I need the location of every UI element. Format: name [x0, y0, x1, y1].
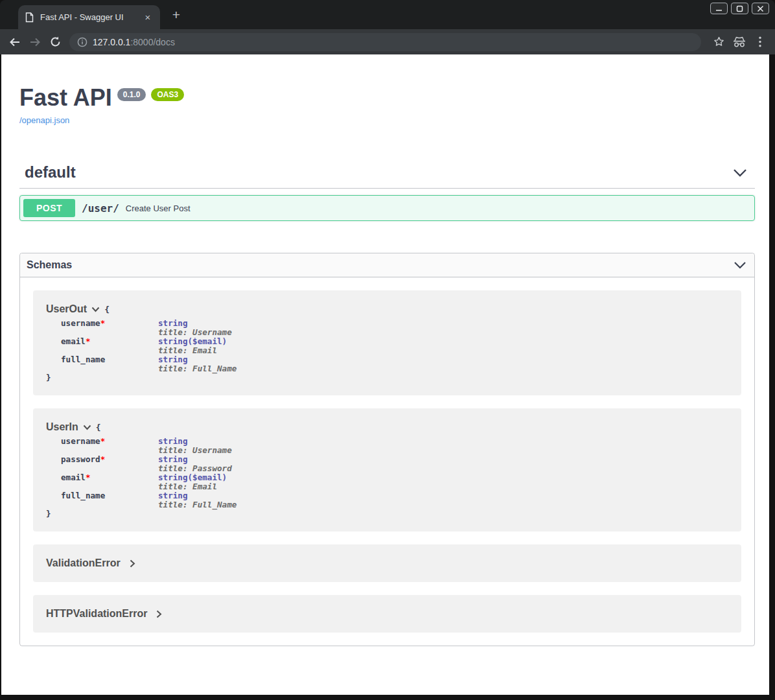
new-tab-button[interactable]: + [168, 7, 184, 23]
maximize-icon [736, 5, 743, 12]
schemas-header[interactable]: Schemas [20, 253, 754, 277]
model-userout-title-row[interactable]: UserOut { [46, 303, 728, 315]
property-title: title: Password [158, 464, 232, 473]
model-userout: UserOut { username* string title: Userna… [33, 290, 741, 395]
model-userin-title-row[interactable]: UserIn { [46, 421, 728, 433]
kebab-menu-icon [759, 36, 761, 47]
property-name: password* [61, 455, 158, 473]
schemas-section: Schemas UserOut { [19, 253, 755, 646]
required-star: * [86, 472, 91, 482]
operation-description: Create User Post [126, 204, 191, 213]
model-validationerror-title-row[interactable]: ValidationError [46, 557, 728, 569]
property-row: full_name string title: Full_Name [61, 491, 728, 509]
page-favicon-icon [25, 12, 34, 23]
property-type: string [158, 355, 237, 364]
property-row: email* string($email) title: Email [61, 473, 728, 491]
method-badge: POST [23, 199, 75, 217]
property-row: password* string title: Password [61, 455, 728, 473]
required-star: * [100, 318, 106, 328]
property-title: title: Username [158, 328, 232, 337]
property-title: title: Full_Name [158, 500, 237, 509]
operation-path: /user/ [82, 202, 119, 215]
back-button[interactable] [6, 34, 23, 51]
property-definition: string title: Full_Name [158, 355, 237, 373]
schemas-heading: Schemas [27, 259, 72, 271]
window-controls [710, 3, 769, 14]
property-name: email* [61, 337, 158, 355]
chevron-down-icon[interactable] [734, 261, 746, 269]
browser-window: Fast API - Swagger UI × + [0, 0, 775, 700]
incognito-icon [733, 36, 746, 48]
browser-toolbar: 127.0.0.1:8000/docs [0, 29, 775, 54]
property-definition: string($email) title: Email [158, 473, 227, 491]
browser-menu-button[interactable] [752, 34, 769, 51]
chevron-down-icon[interactable] [733, 169, 747, 177]
model-name: HTTPValidationError [46, 608, 147, 620]
required-star: * [100, 436, 106, 446]
property-row: email* string($email) title: Email [61, 337, 728, 355]
profile-button[interactable] [731, 34, 748, 51]
back-arrow-icon [9, 37, 21, 47]
property-title: title: Email [158, 346, 227, 355]
forward-arrow-icon [29, 37, 41, 47]
reload-button[interactable] [47, 34, 64, 51]
minimize-button[interactable] [710, 3, 728, 14]
close-brace: } [46, 373, 728, 382]
site-info-icon[interactable] [77, 37, 87, 47]
address-bar[interactable]: 127.0.0.1:8000/docs [69, 33, 701, 51]
property-definition: string($email) title: Email [158, 337, 227, 355]
swagger-page: Fast API 0.1.0 OAS3 /openapi.json defaul… [1, 54, 769, 695]
property-name: full_name [61, 355, 158, 373]
tab-title: Fast API - Swagger UI [40, 12, 136, 22]
model-httpvalidationerror: HTTPValidationError [33, 595, 741, 633]
openapi-spec-link[interactable]: /openapi.json [19, 115, 69, 125]
tab-close-icon[interactable]: × [142, 12, 154, 23]
tag-section-header[interactable]: default [19, 157, 755, 189]
property-type: string($email) [158, 337, 227, 346]
oas3-badge: OAS3 [151, 88, 184, 101]
reload-icon [50, 36, 61, 47]
bookmark-button[interactable] [710, 34, 727, 51]
minimize-icon [715, 5, 723, 12]
property-title: title: Full_Name [158, 364, 237, 373]
close-icon [757, 5, 764, 12]
property-title: title: Email [158, 482, 227, 491]
required-star: * [100, 454, 106, 464]
operation-summary[interactable]: POST /user/ Create User Post [20, 196, 754, 220]
property-title: title: Username [158, 446, 232, 455]
chevron-down-icon[interactable] [91, 307, 100, 312]
close-brace: } [46, 509, 728, 519]
browser-tab[interactable]: Fast API - Swagger UI × [18, 5, 160, 29]
operation-post-user[interactable]: POST /user/ Create User Post [19, 195, 755, 221]
property-name: username* [61, 437, 158, 455]
property-name: full_name [61, 491, 158, 509]
forward-button[interactable] [27, 34, 43, 51]
property-row: username* string title: Username [61, 319, 728, 337]
chevron-down-icon[interactable] [83, 425, 91, 430]
model-validationerror: ValidationError [33, 544, 741, 582]
property-type: string [158, 491, 237, 500]
tag-name: default [25, 163, 76, 181]
required-star: * [86, 336, 91, 346]
property-type: string [158, 455, 232, 464]
tab-strip: Fast API - Swagger UI × + [0, 0, 775, 29]
property-row: full_name string title: Full_Name [61, 355, 728, 373]
property-definition: string title: Username [158, 437, 232, 455]
schemas-body: UserOut { username* string title: Userna… [20, 277, 754, 633]
model-name: UserIn [46, 421, 78, 433]
model-name: UserOut [46, 303, 87, 315]
url-text[interactable]: 127.0.0.1:8000/docs [93, 37, 175, 47]
chevron-right-icon[interactable] [156, 610, 162, 618]
model-userin: UserIn { username* string title: Usernam… [33, 408, 741, 531]
chevron-right-icon[interactable] [130, 559, 135, 568]
api-title: Fast API [19, 84, 112, 111]
open-brace: { [104, 305, 110, 314]
maximize-button[interactable] [731, 3, 748, 14]
property-row: username* string title: Username [61, 437, 728, 455]
model-httpvalidationerror-title-row[interactable]: HTTPValidationError [46, 608, 728, 620]
property-type: string [158, 319, 232, 328]
close-window-button[interactable] [752, 3, 769, 14]
property-definition: string title: Full_Name [158, 491, 237, 509]
api-info: Fast API 0.1.0 OAS3 /openapi.json [19, 54, 755, 126]
property-definition: string title: Username [158, 319, 232, 337]
